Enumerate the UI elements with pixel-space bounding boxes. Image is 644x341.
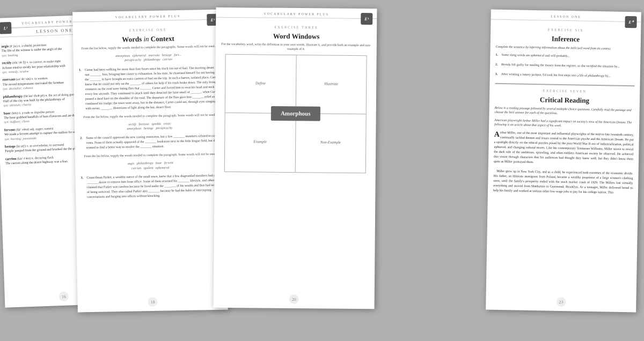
ww-center-word: Amorphous [271,106,320,121]
page2-wordlist3: aegis philanthropy boor ferventcarrion o… [80,160,220,171]
entry-def-5: (bōr) n. a rude or impolite person [11,110,54,115]
entry-example-4: Half of the city was built by the philan… [3,97,65,102]
passage-text: Arthur Miller, one of the most important… [493,130,634,195]
ww-nonexample-label: Non-Example [320,140,341,146]
page2-intro3: From the list below, supply the words ne… [80,152,220,159]
page4-title2: Critical Reading [495,94,634,107]
para-text-2: Some of the council approved the new zon… [86,134,219,150]
entry-pronunciation: (ē' jis) n. a shield; protection [10,43,47,48]
para-text-3: Councilman Parker, a wealthy native of t… [86,173,221,199]
inference-item-2: 2. Brenda felt guilty for stealing the m… [495,62,635,71]
inf-text-3: After winning a lottery jackpot, Ed took… [501,72,611,79]
page4-exercise2-label: EXERCISE SEVEN [495,87,634,94]
page4-content: EXERCISE SIX Inference Complete the sent… [488,20,641,198]
para-num-3: 3. [80,175,85,202]
title-in: in [143,35,149,43]
entry-word-6: fervent [4,128,15,132]
entry-def-3: (en' ər vāt) v. to weaken [16,77,48,81]
page3-header: VOCABULARY POWER PLUS [216,8,377,19]
page2-intro2: From the list below, supply the words ne… [79,113,219,120]
page2-title: Words in Context [78,33,218,46]
page3-number: 20 [289,294,299,304]
entry-syn-4: syn: altruism; charity [3,103,31,107]
entry-syn-2: syn: remedy; resolve [2,70,29,74]
entry-example: The life of the witness is under the aeg… [2,47,62,53]
para-text-1: Carter had been walking for more than fo… [85,65,219,111]
inf-num-1: 1. [495,52,500,59]
page3-header-title: VOCABULARY POWER PLUS [218,12,375,17]
page-exercise-three: VOCABULARY POWER PLUS E³ EXERCISE THREE … [214,8,377,309]
page1-badge: L¹ [0,22,12,34]
page2-wordlist2: rectify factious ignoble eroticamorphous… [80,120,219,131]
page4-number: 23 [556,297,566,307]
entry-syn-3: syn: devitalize; exhaust [3,86,33,91]
page-inference-critical: LESSON ONE E⁶ EXERCISE SIX Inference Com… [486,10,641,313]
entry-example-2: JoAnne tried to rectify her poor relatio… [2,64,65,69]
page4-intro2: Below is a reading passage followed by s… [494,106,634,117]
entry-def-2: (rĕk' tə fī) v. to correct; to make righ… [12,60,61,64]
drop-cap: A [494,130,500,138]
ww-example-cell: Example [225,113,296,172]
page3-badge: E³ [361,13,372,25]
page4-intro1: Complete the sentence by inferring infor… [496,45,635,51]
inference-item-3: 3. After winning a lottery jackpot, Ed t… [495,71,635,81]
page2-intro: From the list below, supply the words ne… [78,45,218,51]
ww-bottom-row: Example Non-Example [225,113,366,173]
page3-title: Word Windows [221,31,371,42]
ww-illustrate-cell: Illustrate [296,55,366,114]
page4-title1: Inference [496,33,635,46]
ww-example-label: Example [253,140,267,145]
paragraph-2: 2. Some of the council approved the new … [80,134,220,153]
page3-exercise-label: EXERCISE THREE [221,24,371,31]
ww-nonexample-cell: Non-Example [295,114,365,173]
entry-example-3: The record temperatures enervated the fa… [3,80,64,86]
entry-word-8: carrion [5,157,17,161]
para-num-2: 2. [80,136,85,153]
section-divider [495,83,634,86]
inf-num-2: 2. [495,62,500,69]
page4-header-title: LESSON ONE [493,14,639,20]
page1-number: 16 [59,292,69,302]
page2-header-title: VOCABULARY POWER PLUS [75,14,221,20]
entry-word-5: boor [4,111,11,115]
entry-example-8: The carrion along the desert highway was… [5,160,68,165]
para-num-1: 1. [79,68,84,113]
page3-intro: For the vocabulary word, write the defin… [221,42,371,52]
entry-word-2: rectify [2,61,11,65]
inf-text-1: Some slang words are ephemeral and will … [501,53,570,58]
entry-word-4: philanthropy [3,94,23,98]
page2-wordlist: amorphous ephemeral enervate besiege fac… [79,52,218,63]
page2-number: 18 [148,297,157,307]
ww-illustrate-label: Illustrate [324,81,338,87]
ww-top-row: Define Illustrate [225,55,367,114]
page3-content: EXERCISE THREE Word Windows For the voca… [215,18,377,180]
paragraph-3: 3. Councilman Parker, a wealthy native o… [80,173,221,202]
entry-def-6: (fûr' vənt) adj. eager; earnest [16,127,53,131]
page2-content: EXERCISE ONE Words in Context From the l… [72,20,226,207]
ww-define-cell: Define [225,55,296,113]
page-exercise-one: VOCABULARY POWER PLUS E¹ EXERCISE ONE Wo… [72,10,228,313]
entry-word: aegis [1,44,9,48]
entry-syn-5: syn: buffoon; clown [4,120,30,124]
page4-exercise1-label: EXERCISE SIX [496,26,635,34]
page4-badge1: E⁶ [625,16,636,28]
entry-word-7: besiege [5,144,16,149]
page2-exercise-label: EXERCISE ONE [78,26,218,34]
word-windows-grid: Define Illustrate Example Non-Example Am… [224,54,367,173]
inf-text-2: Brenda felt guilty for stealing the mone… [501,62,620,69]
inference-item-1: 1. Some slang words are ephemeral and wi… [495,52,635,62]
ww-define-label: Define [255,81,266,86]
inf-num-3: 3. [495,71,500,78]
passage-intro: American playwright Arthur Miller had a … [494,117,634,129]
entry-word-3: enervate [3,77,16,81]
entry-syn: syn: backing [2,53,18,57]
entry-syn-6: syn: burning; passionate [4,136,36,140]
entry-def-8: (kar' ē ən) n. decaying flesh [17,155,54,160]
paragraph-1: 1. Carter had been walking for more than… [79,65,219,114]
